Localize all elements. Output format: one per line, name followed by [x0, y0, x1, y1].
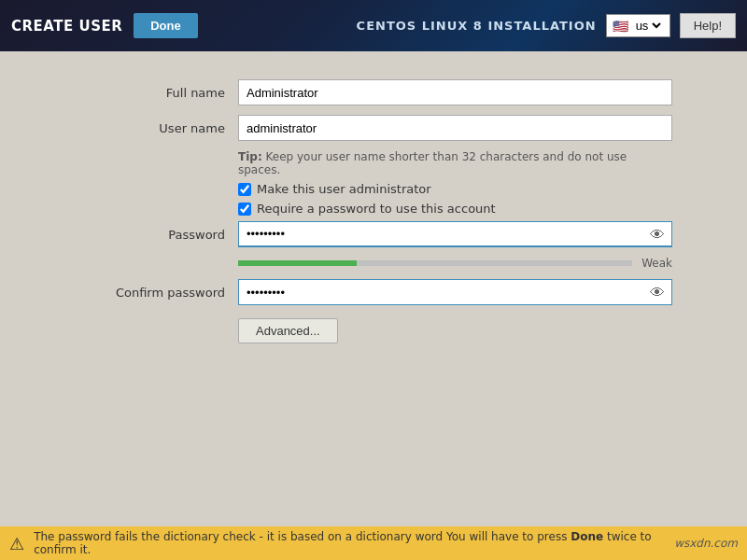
password-req-checkbox[interactable]	[238, 203, 251, 216]
password-req-label[interactable]: Require a password to use this account	[238, 202, 496, 216]
warning-text-before: The password fails the dictionary check …	[34, 530, 571, 543]
warning-domain: wsxdn.com	[674, 537, 738, 550]
confirm-password-input[interactable]	[238, 279, 672, 305]
main-content: Full name User name Tip: Keep your user …	[0, 51, 747, 509]
advanced-row: Advanced...	[75, 318, 672, 343]
strength-bar-wrapper: Weak	[238, 257, 672, 270]
header-right: CENTOS LINUX 8 INSTALLATION 🇺🇸 us Help!	[357, 13, 736, 38]
page-title: CREATE USER	[11, 18, 122, 35]
warning-icon: ⚠	[9, 534, 24, 553]
password-req-checkbox-row: Require a password to use this account	[75, 202, 672, 216]
username-input[interactable]	[238, 115, 672, 141]
confirm-password-eye-icon[interactable]: 👁	[650, 284, 665, 301]
confirm-password-row: Confirm password 👁	[75, 279, 672, 305]
confirm-password-wrapper: 👁	[238, 279, 672, 305]
password-wrapper: 👁	[238, 221, 672, 247]
strength-bar-fill	[238, 260, 357, 266]
strength-row: Weak	[75, 257, 672, 270]
tip-label: Tip:	[238, 150, 262, 163]
tip-spacer	[75, 150, 238, 176]
password-label: Password	[75, 228, 238, 242]
admin-checkbox-row: Make this user administrator	[75, 182, 672, 196]
tip-row: Tip: Keep your user name shorter than 32…	[75, 150, 672, 176]
tip-content: Keep your user name shorter than 32 char…	[238, 150, 627, 176]
language-selector[interactable]: 🇺🇸 us	[606, 14, 670, 37]
fullname-row: Full name	[75, 79, 672, 105]
flag-icon: 🇺🇸	[613, 19, 628, 34]
strength-bar-bg	[238, 260, 632, 266]
fullname-label: Full name	[75, 86, 238, 100]
password-eye-icon[interactable]: 👁	[650, 226, 665, 244]
admin-label-text: Make this user administrator	[257, 182, 431, 196]
username-label: User name	[75, 121, 238, 135]
tip-text: Tip: Keep your user name shorter than 32…	[238, 150, 672, 176]
warning-bar: ⚠ The password fails the dictionary chec…	[0, 526, 747, 560]
done-button[interactable]: Done	[134, 13, 198, 38]
help-button[interactable]: Help!	[680, 13, 736, 38]
header: CREATE USER Done CENTOS LINUX 8 INSTALLA…	[0, 0, 747, 51]
lang-dropdown[interactable]: us	[632, 18, 664, 34]
fullname-input[interactable]	[238, 79, 672, 105]
confirm-password-label: Confirm password	[75, 286, 238, 300]
form-area: Full name User name Tip: Keep your user …	[75, 79, 672, 343]
installation-title: CENTOS LINUX 8 INSTALLATION	[357, 19, 597, 33]
warning-text: The password fails the dictionary check …	[34, 530, 665, 556]
warning-bold-word: Done	[571, 530, 603, 543]
password-req-text: Require a password to use this account	[257, 202, 496, 216]
admin-checkbox-label[interactable]: Make this user administrator	[238, 182, 431, 196]
password-input[interactable]	[238, 221, 672, 247]
admin-checkbox[interactable]	[238, 183, 251, 196]
advanced-button[interactable]: Advanced...	[238, 318, 338, 343]
username-row: User name	[75, 115, 672, 141]
password-row: Password 👁	[75, 221, 672, 247]
header-left: CREATE USER Done	[11, 13, 198, 38]
strength-label: Weak	[640, 257, 672, 270]
